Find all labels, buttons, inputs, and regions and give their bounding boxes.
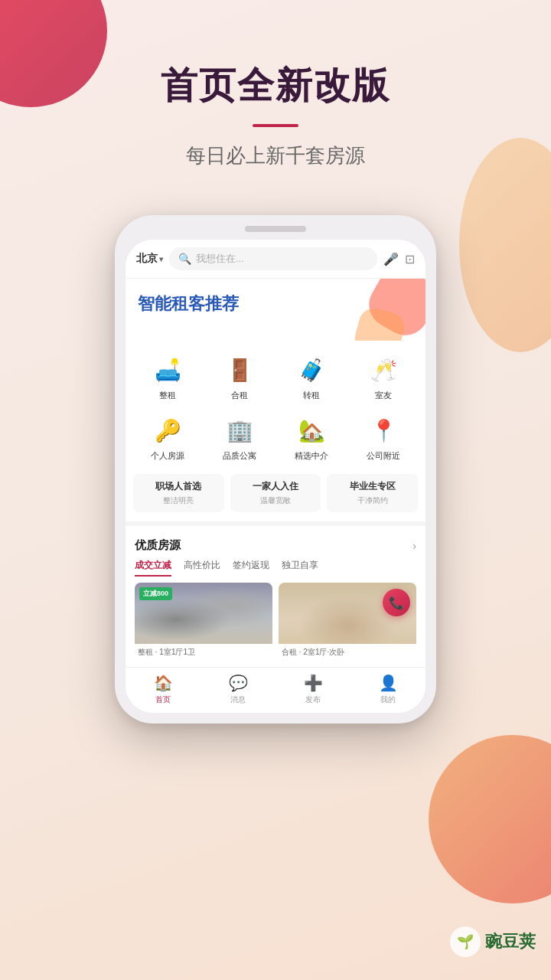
tag-card-1[interactable]: 一家人入住 温馨宽敞 — [230, 474, 321, 512]
building-icon: 🏢 — [223, 413, 256, 447]
quality-tab-3[interactable]: 独卫自享 — [282, 559, 318, 577]
city-label: 北京 — [136, 252, 158, 266]
quality-tab-0[interactable]: 成交立减 — [135, 559, 171, 577]
grid-item-0[interactable]: 🛋️ 整租 — [132, 350, 204, 404]
quality-arrow-icon[interactable]: › — [412, 540, 416, 552]
tags-row: 职场人首选 整洁明亮 一家人入住 温馨宽敞 毕业生专区 干净简约 — [126, 468, 425, 521]
phone-screen: 北京 ▾ 🔍 我想住在... 🎤 ⊡ 智能租客推荐 填写租房需求 房东主动联 — [126, 240, 425, 713]
phone-notch — [245, 226, 306, 232]
listing-image-0: 立减800 — [135, 583, 272, 644]
sofa-icon: 🛋️ — [151, 353, 184, 387]
nav-item-profile[interactable]: 👤 我的 — [350, 674, 425, 705]
profile-icon: 👤 — [379, 674, 398, 692]
quality-tabs: 成交立减 高性价比 签约返现 独卫自享 — [135, 559, 416, 577]
nav-item-publish[interactable]: ➕ 发布 — [276, 674, 350, 705]
nav-label-profile: 我的 — [380, 694, 396, 705]
tag-title-2: 毕业生专区 — [331, 480, 413, 493]
main-title: 首页全新改版 — [0, 61, 551, 110]
icon-grid: 🛋️ 整租 🚪 合租 🧳 转租 🥂 室友 — [126, 341, 425, 468]
key-icon: 🔑 — [151, 413, 184, 447]
grid-item-5[interactable]: 🏢 品质公寓 — [204, 410, 276, 465]
tag-card-2[interactable]: 毕业生专区 干净简约 — [327, 474, 418, 512]
grid-item-3[interactable]: 🥂 室友 — [347, 350, 419, 404]
tag-title-1: 一家人入住 — [235, 480, 317, 493]
watermark-text: 豌豆荚 — [485, 930, 536, 953]
title-underline — [253, 124, 298, 127]
search-bar: 北京 ▾ 🔍 我想住在... 🎤 ⊡ — [126, 240, 425, 279]
quality-section: 优质房源 › 成交立减 高性价比 签约返现 独卫自享 立减800 — [126, 531, 425, 667]
grid-label-4: 个人房源 — [151, 450, 184, 462]
quality-header: 优质房源 › — [135, 538, 416, 553]
banner-subtitle: 填写租房需求 房东主动联系 — [138, 318, 413, 330]
message-icon: 💬 — [229, 674, 248, 692]
tag-sub-2: 干净简约 — [331, 495, 413, 506]
banner[interactable]: 智能租客推荐 填写租房需求 房东主动联系 — [126, 279, 425, 341]
listing-desc-0: 整租 · 1室1厅1卫 — [135, 644, 272, 662]
bottom-nav: 🏠 首页 💬 消息 ➕ 发布 👤 我的 — [126, 667, 425, 713]
grid-label-1: 合租 — [231, 390, 248, 401]
search-icon: 🔍 — [178, 253, 191, 265]
subtitle: 每日必上新千套房源 — [0, 142, 551, 169]
nav-label-publish: 发布 — [305, 694, 321, 705]
tag-sub-1: 温馨宽敞 — [235, 495, 317, 506]
banner-title: 智能租客推荐 — [138, 292, 413, 315]
tag-card-0[interactable]: 职场人首选 整洁明亮 — [133, 474, 224, 512]
nav-item-home[interactable]: 🏠 首页 — [126, 674, 201, 705]
grid-item-1[interactable]: 🚪 合租 — [204, 350, 276, 404]
grid-item-7[interactable]: 📍 公司附近 — [347, 410, 419, 465]
chevron-down-icon: ▾ — [159, 255, 163, 263]
grid-label-0: 整租 — [159, 390, 176, 401]
house-icon: 🏡 — [295, 413, 328, 447]
grid-item-4[interactable]: 🔑 个人房源 — [132, 410, 204, 465]
nav-label-messages: 消息 — [230, 694, 246, 705]
grid-label-7: 公司附近 — [367, 450, 400, 462]
header-section: 首页全新改版 每日必上新千套房源 — [0, 0, 551, 192]
nav-item-messages[interactable]: 💬 消息 — [201, 674, 276, 705]
publish-icon: ➕ — [304, 674, 323, 692]
grid-label-2: 转租 — [303, 390, 320, 401]
section-divider — [126, 521, 425, 526]
city-selector[interactable]: 北京 ▾ — [136, 252, 163, 266]
pin-icon: 📍 — [367, 413, 400, 447]
quality-tab-2[interactable]: 签约返现 — [233, 559, 269, 577]
listing-card-0[interactable]: 立减800 整租 · 1室1厅1卫 — [135, 583, 272, 662]
grid-label-6: 精选中介 — [295, 450, 328, 462]
watermark: 🌱 豌豆荚 — [450, 926, 536, 957]
voice-icon[interactable]: 🎤 — [383, 252, 399, 266]
tag-sub-0: 整洁明亮 — [138, 495, 220, 506]
grid-item-6[interactable]: 🏡 精选中介 — [276, 410, 347, 465]
tag-title-0: 职场人首选 — [138, 480, 220, 493]
scan-icon[interactable]: ⊡ — [405, 252, 415, 266]
quality-tab-1[interactable]: 高性价比 — [184, 559, 220, 577]
search-input[interactable]: 🔍 我想住在... — [169, 247, 377, 270]
phone-mockup: 北京 ▾ 🔍 我想住在... 🎤 ⊡ 智能租客推荐 填写租房需求 房东主动联 — [115, 215, 436, 724]
quality-title: 优质房源 — [135, 538, 181, 553]
grid-label-5: 品质公寓 — [223, 450, 256, 462]
listing-row: 立减800 整租 · 1室1厅1卫 合租 · 2室1厅·次卧 📞 — [135, 583, 416, 662]
luggage-icon: 🧳 — [295, 353, 328, 387]
home-icon: 🏠 — [154, 674, 173, 692]
call-fab-button[interactable]: 📞 — [383, 589, 410, 616]
listing-badge-0: 立减800 — [139, 587, 172, 600]
grid-item-2[interactable]: 🧳 转租 — [276, 350, 347, 404]
search-placeholder: 我想住在... — [196, 252, 368, 266]
door-icon: 🚪 — [223, 353, 256, 387]
phone-container: 北京 ▾ 🔍 我想住在... 🎤 ⊡ 智能租客推荐 填写租房需求 房东主动联 — [0, 215, 551, 724]
listing-desc-1: 合租 · 2室1厅·次卧 — [279, 644, 416, 662]
grid-label-3: 室友 — [375, 390, 392, 401]
nav-label-home: 首页 — [155, 694, 171, 705]
glasses-icon: 🥂 — [367, 353, 400, 387]
watermark-logo-icon: 🌱 — [450, 926, 481, 957]
